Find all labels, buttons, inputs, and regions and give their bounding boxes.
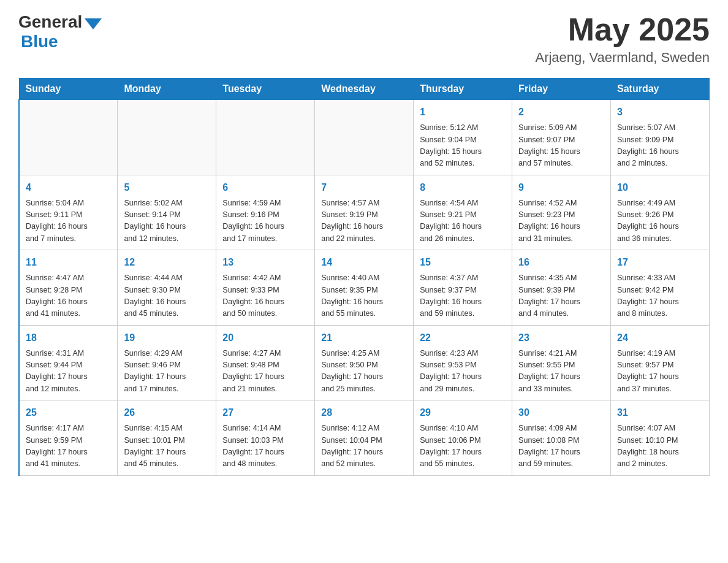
- logo-blue-text: Blue: [21, 32, 58, 52]
- day-number: 15: [420, 255, 506, 270]
- day-info: Sunrise: 4:21 AM Sunset: 9:55 PM Dayligh…: [518, 348, 604, 396]
- day-number: 21: [321, 331, 407, 345]
- calendar-cell: 15Sunrise: 4:37 AM Sunset: 9:37 PM Dayli…: [414, 250, 512, 326]
- day-info: Sunrise: 4:35 AM Sunset: 9:39 PM Dayligh…: [518, 272, 604, 320]
- location-title: Arjaeng, Vaermland, Sweden: [535, 50, 710, 66]
- day-info: Sunrise: 4:37 AM Sunset: 9:37 PM Dayligh…: [420, 272, 506, 320]
- day-number: 12: [124, 255, 210, 270]
- day-info: Sunrise: 5:09 AM Sunset: 9:07 PM Dayligh…: [518, 122, 604, 170]
- day-number: 26: [124, 405, 210, 420]
- calendar-cell: 30Sunrise: 4:09 AM Sunset: 10:08 PM Dayl…: [512, 400, 611, 476]
- day-number: 28: [321, 405, 407, 420]
- calendar-day-header: Saturday: [611, 79, 710, 100]
- month-title: May 2025: [535, 12, 710, 47]
- title-block: May 2025 Arjaeng, Vaermland, Sweden: [535, 12, 710, 66]
- day-number: 7: [321, 180, 407, 195]
- day-number: 29: [420, 405, 506, 420]
- day-number: 11: [26, 255, 111, 270]
- calendar-day-header: Friday: [512, 79, 611, 100]
- day-info: Sunrise: 4:57 AM Sunset: 9:19 PM Dayligh…: [321, 197, 407, 245]
- calendar-cell: 14Sunrise: 4:40 AM Sunset: 9:35 PM Dayli…: [315, 250, 414, 326]
- calendar-cell: 4Sunrise: 5:04 AM Sunset: 9:11 PM Daylig…: [19, 175, 118, 250]
- day-number: 6: [222, 180, 308, 195]
- calendar-cell: 8Sunrise: 4:54 AM Sunset: 9:21 PM Daylig…: [414, 175, 512, 250]
- day-info: Sunrise: 5:12 AM Sunset: 9:04 PM Dayligh…: [420, 122, 506, 170]
- day-number: 30: [518, 405, 604, 420]
- calendar-cell: 28Sunrise: 4:12 AM Sunset: 10:04 PM Dayl…: [315, 400, 414, 476]
- day-info: Sunrise: 4:31 AM Sunset: 9:44 PM Dayligh…: [26, 348, 111, 396]
- day-info: Sunrise: 5:02 AM Sunset: 9:14 PM Dayligh…: [124, 197, 210, 245]
- day-number: 9: [518, 180, 604, 195]
- calendar-day-header: Sunday: [19, 79, 118, 100]
- calendar-cell: 9Sunrise: 4:52 AM Sunset: 9:23 PM Daylig…: [512, 175, 611, 250]
- calendar-cell: 27Sunrise: 4:14 AM Sunset: 10:03 PM Dayl…: [216, 400, 315, 476]
- calendar-cell: 20Sunrise: 4:27 AM Sunset: 9:48 PM Dayli…: [216, 325, 315, 400]
- day-info: Sunrise: 4:23 AM Sunset: 9:53 PM Dayligh…: [420, 348, 506, 396]
- calendar-table: SundayMondayTuesdayWednesdayThursdayFrid…: [18, 78, 710, 476]
- calendar-cell: 21Sunrise: 4:25 AM Sunset: 9:50 PM Dayli…: [315, 325, 414, 400]
- day-number: 24: [617, 331, 703, 345]
- calendar-week-row: 25Sunrise: 4:17 AM Sunset: 9:59 PM Dayli…: [19, 400, 710, 476]
- day-info: Sunrise: 4:17 AM Sunset: 9:59 PM Dayligh…: [26, 423, 111, 470]
- day-info: Sunrise: 4:54 AM Sunset: 9:21 PM Dayligh…: [420, 197, 506, 245]
- day-info: Sunrise: 4:40 AM Sunset: 9:35 PM Dayligh…: [321, 272, 407, 320]
- calendar-cell: 13Sunrise: 4:42 AM Sunset: 9:33 PM Dayli…: [216, 250, 315, 326]
- calendar-cell: 1Sunrise: 5:12 AM Sunset: 9:04 PM Daylig…: [414, 100, 512, 175]
- day-number: 19: [124, 331, 210, 345]
- day-number: 10: [617, 180, 703, 195]
- calendar-cell: [315, 100, 414, 175]
- calendar-day-header: Tuesday: [216, 79, 315, 100]
- calendar-cell: 7Sunrise: 4:57 AM Sunset: 9:19 PM Daylig…: [315, 175, 414, 250]
- day-info: Sunrise: 4:27 AM Sunset: 9:48 PM Dayligh…: [222, 348, 308, 396]
- calendar-cell: 5Sunrise: 5:02 AM Sunset: 9:14 PM Daylig…: [118, 175, 216, 250]
- calendar-cell: [19, 100, 118, 175]
- day-info: Sunrise: 4:12 AM Sunset: 10:04 PM Daylig…: [321, 423, 407, 470]
- calendar-week-row: 1Sunrise: 5:12 AM Sunset: 9:04 PM Daylig…: [19, 100, 710, 175]
- calendar-day-header: Thursday: [414, 79, 512, 100]
- calendar-cell: 26Sunrise: 4:15 AM Sunset: 10:01 PM Dayl…: [118, 400, 216, 476]
- day-number: 16: [518, 255, 604, 270]
- calendar-cell: [118, 100, 216, 175]
- day-info: Sunrise: 4:07 AM Sunset: 10:10 PM Daylig…: [617, 423, 703, 470]
- day-info: Sunrise: 4:29 AM Sunset: 9:46 PM Dayligh…: [124, 348, 210, 396]
- calendar-cell: 2Sunrise: 5:09 AM Sunset: 9:07 PM Daylig…: [512, 100, 611, 175]
- calendar-cell: 17Sunrise: 4:33 AM Sunset: 9:42 PM Dayli…: [611, 250, 710, 326]
- day-number: 1: [420, 105, 506, 120]
- calendar-cell: 11Sunrise: 4:47 AM Sunset: 9:28 PM Dayli…: [19, 250, 118, 326]
- calendar-week-row: 11Sunrise: 4:47 AM Sunset: 9:28 PM Dayli…: [19, 250, 710, 326]
- calendar-cell: 10Sunrise: 4:49 AM Sunset: 9:26 PM Dayli…: [611, 175, 710, 250]
- day-number: 18: [26, 331, 111, 345]
- day-info: Sunrise: 4:14 AM Sunset: 10:03 PM Daylig…: [222, 423, 308, 470]
- day-number: 25: [26, 405, 111, 420]
- day-number: 5: [124, 180, 210, 195]
- calendar-header-row: SundayMondayTuesdayWednesdayThursdayFrid…: [19, 79, 710, 100]
- day-info: Sunrise: 4:19 AM Sunset: 9:57 PM Dayligh…: [617, 348, 703, 396]
- day-number: 22: [420, 331, 506, 345]
- day-info: Sunrise: 4:59 AM Sunset: 9:16 PM Dayligh…: [222, 197, 308, 245]
- day-info: Sunrise: 4:52 AM Sunset: 9:23 PM Dayligh…: [518, 197, 604, 245]
- day-number: 27: [222, 405, 308, 420]
- logo-general-text: General: [18, 12, 82, 32]
- day-info: Sunrise: 4:33 AM Sunset: 9:42 PM Dayligh…: [617, 272, 703, 320]
- day-number: 13: [222, 255, 308, 270]
- day-number: 8: [420, 180, 506, 195]
- calendar-cell: 25Sunrise: 4:17 AM Sunset: 9:59 PM Dayli…: [19, 400, 118, 476]
- day-number: 14: [321, 255, 407, 270]
- day-info: Sunrise: 5:07 AM Sunset: 9:09 PM Dayligh…: [617, 122, 703, 170]
- day-info: Sunrise: 5:04 AM Sunset: 9:11 PM Dayligh…: [26, 197, 111, 245]
- day-info: Sunrise: 4:25 AM Sunset: 9:50 PM Dayligh…: [321, 348, 407, 396]
- calendar-week-row: 4Sunrise: 5:04 AM Sunset: 9:11 PM Daylig…: [19, 175, 710, 250]
- calendar-cell: 18Sunrise: 4:31 AM Sunset: 9:44 PM Dayli…: [19, 325, 118, 400]
- calendar-cell: 22Sunrise: 4:23 AM Sunset: 9:53 PM Dayli…: [414, 325, 512, 400]
- calendar-cell: 23Sunrise: 4:21 AM Sunset: 9:55 PM Dayli…: [512, 325, 611, 400]
- calendar-cell: 29Sunrise: 4:10 AM Sunset: 10:06 PM Dayl…: [414, 400, 512, 476]
- calendar-week-row: 18Sunrise: 4:31 AM Sunset: 9:44 PM Dayli…: [19, 325, 710, 400]
- day-info: Sunrise: 4:44 AM Sunset: 9:30 PM Dayligh…: [124, 272, 210, 320]
- day-info: Sunrise: 4:49 AM Sunset: 9:26 PM Dayligh…: [617, 197, 703, 245]
- calendar-cell: [216, 100, 315, 175]
- day-number: 23: [518, 331, 604, 345]
- calendar-cell: 19Sunrise: 4:29 AM Sunset: 9:46 PM Dayli…: [118, 325, 216, 400]
- page-header: General Blue May 2025 Arjaeng, Vaermland…: [18, 12, 710, 66]
- calendar-day-header: Monday: [118, 79, 216, 100]
- calendar-cell: 24Sunrise: 4:19 AM Sunset: 9:57 PM Dayli…: [611, 325, 710, 400]
